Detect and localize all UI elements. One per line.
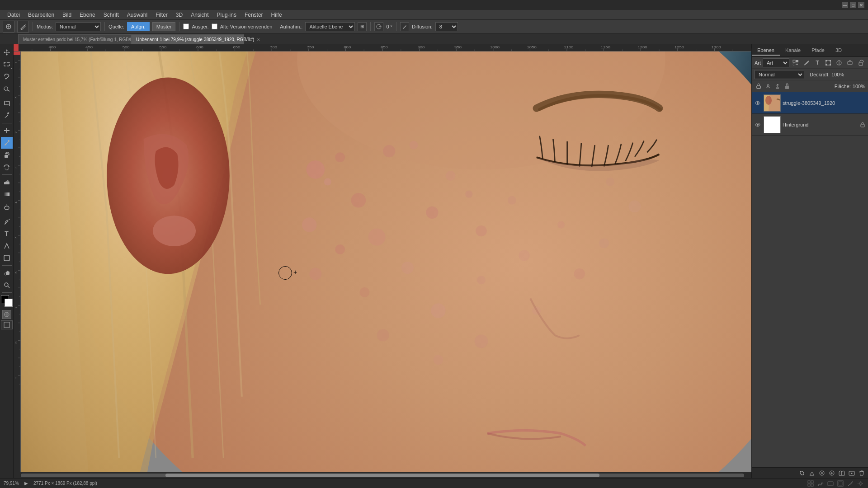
gradient-tool[interactable] xyxy=(1,188,13,200)
lock-transparent-btn[interactable] xyxy=(755,82,763,90)
marquee-tool[interactable]: ▾ xyxy=(1,58,13,70)
arrange-icon[interactable] xyxy=(807,479,815,488)
smart-obj-icon[interactable] xyxy=(845,58,854,67)
hand-tool[interactable] xyxy=(1,267,13,279)
lock-position-btn[interactable] xyxy=(774,82,782,90)
link-layers-btn[interactable] xyxy=(797,469,807,478)
aufnehmen-btn[interactable]: Aufgn. xyxy=(127,22,150,31)
menu-ebene[interactable]: Ebene xyxy=(76,11,99,19)
aufnahme-select[interactable]: Aktuelle Ebene xyxy=(305,22,355,31)
tab-3d[interactable]: 3D xyxy=(830,46,847,56)
crop-tool[interactable] xyxy=(1,98,13,109)
tab-muster[interactable]: Muster erstellen.psdc bei 15,7% (Farbfül… xyxy=(18,34,131,44)
tab-unbenannt[interactable]: Unbenannt-1 bei 79,9% (struggle-3805349_… xyxy=(131,34,244,44)
menu-schrift[interactable]: Schrift xyxy=(100,11,123,19)
heal-tool[interactable] xyxy=(1,125,13,136)
locked-icon[interactable] xyxy=(856,58,865,67)
lock-image-btn[interactable] xyxy=(764,82,772,90)
menu-bearbeiten[interactable]: Bearbeiten xyxy=(24,11,58,19)
menu-3d[interactable]: 3D xyxy=(172,11,186,19)
color-swatches[interactable] xyxy=(1,295,13,307)
tab-pfade[interactable]: Pfade xyxy=(806,46,830,56)
delete-layer-btn[interactable] xyxy=(857,469,866,478)
layer-visibility-1[interactable] xyxy=(754,121,762,129)
svg-text:7: 7 xyxy=(14,307,18,309)
menu-plugins[interactable]: Plug-ins xyxy=(213,11,240,19)
sample-all-icon[interactable]: ⊞ xyxy=(358,22,367,31)
muster-btn[interactable]: Muster xyxy=(152,22,176,31)
screen-mode-status-icon[interactable] xyxy=(836,479,844,488)
history-brush-tool[interactable] xyxy=(1,161,13,173)
lasso-tool[interactable] xyxy=(1,70,13,82)
blend-mode-select[interactable]: Normal xyxy=(755,70,804,79)
svg-text:650: 650 xyxy=(233,46,241,49)
ausger-checkbox[interactable] xyxy=(183,23,189,29)
background-color[interactable] xyxy=(5,299,13,307)
menu-filter[interactable]: Filter xyxy=(152,11,171,19)
shape-tool[interactable] xyxy=(1,252,13,264)
art-label: Art xyxy=(755,60,761,66)
scroll-thumb-h[interactable] xyxy=(165,474,599,477)
brush-tool[interactable] xyxy=(1,137,13,149)
fill-row: Fläche: 100% xyxy=(752,80,868,92)
svg-rect-11 xyxy=(4,192,9,196)
diffusion-select[interactable]: 8 xyxy=(435,22,458,31)
screen-mode-btn[interactable] xyxy=(1,320,13,329)
svg-text:6: 6 xyxy=(14,272,18,273)
tab-unbenannt-close[interactable]: ✕ xyxy=(257,38,260,42)
dodge-burn-tool[interactable] xyxy=(1,201,13,212)
add-layer-btn[interactable] xyxy=(847,469,856,478)
edit-icon[interactable] xyxy=(846,479,854,488)
svg-text:1250: 1250 xyxy=(675,46,684,49)
correction-icon[interactable] xyxy=(816,479,825,488)
add-style-btn[interactable] xyxy=(807,469,816,478)
menu-datei[interactable]: Datei xyxy=(4,11,24,19)
zoom-tool[interactable] xyxy=(1,279,13,291)
maximize-button[interactable]: □ xyxy=(850,2,856,8)
quick-mask-btn[interactable] xyxy=(2,310,11,319)
text-icon[interactable]: T xyxy=(813,58,822,67)
tab-kanaele[interactable]: Kanäle xyxy=(780,46,806,56)
text-tool[interactable]: T xyxy=(1,228,13,239)
eraser-tool[interactable] xyxy=(1,176,13,188)
mode-select[interactable]: Normal xyxy=(56,22,101,31)
svg-point-143 xyxy=(410,141,418,149)
alte-version-checkbox[interactable] xyxy=(212,23,217,29)
minimize-button[interactable]: — xyxy=(842,2,848,8)
lock-all-btn[interactable] xyxy=(783,82,791,90)
menu-auswahl[interactable]: Auswahl xyxy=(123,11,151,19)
add-group-btn[interactable] xyxy=(837,469,846,478)
eyedropper-tool[interactable] xyxy=(1,110,13,122)
menu-fenster[interactable]: Fenster xyxy=(241,11,267,19)
svg-text:4: 4 xyxy=(14,202,18,203)
svg-point-151 xyxy=(476,225,486,236)
add-mask-btn[interactable] xyxy=(817,469,826,478)
horizontal-scrollbar[interactable] xyxy=(14,472,751,478)
aufnahme-label: Aufnahm.: xyxy=(280,24,302,29)
vector-icon[interactable] xyxy=(824,58,833,67)
close-button[interactable]: ✕ xyxy=(858,2,864,8)
image-canvas[interactable]: + xyxy=(21,52,751,472)
layer-visibility-0[interactable] xyxy=(754,99,762,107)
tab-bar: Muster erstellen.psdc bei 15,7% (Farbfül… xyxy=(0,33,868,44)
path-select-tool[interactable] xyxy=(1,240,13,252)
menu-hilfe[interactable]: Hilfe xyxy=(268,11,286,19)
layer-item-1[interactable]: Hintergrund xyxy=(752,114,868,136)
clone-stamp-tool[interactable] xyxy=(1,149,13,161)
menu-ansicht[interactable]: Ansicht xyxy=(187,11,212,19)
move-tool[interactable] xyxy=(1,46,13,58)
quick-select-tool[interactable] xyxy=(1,83,13,94)
tab-ebenen[interactable]: Ebenen xyxy=(752,46,780,56)
adjustment-icon[interactable] xyxy=(835,58,844,67)
svg-text:750: 750 xyxy=(307,46,314,49)
settings-icon[interactable] xyxy=(856,479,864,488)
status-triangle[interactable]: ▶ xyxy=(24,481,28,486)
pen-icon[interactable] xyxy=(802,58,811,67)
layer-item-0[interactable]: struggle-3805349_1920 xyxy=(752,92,868,114)
menu-bild[interactable]: Bild xyxy=(59,11,75,19)
add-adjustment-btn[interactable] xyxy=(827,469,836,478)
filter-kind-btn[interactable] xyxy=(791,58,800,67)
pen-tool[interactable] xyxy=(1,216,13,227)
art-select[interactable]: Art xyxy=(763,58,789,67)
new-layer-status-icon[interactable] xyxy=(826,479,835,488)
